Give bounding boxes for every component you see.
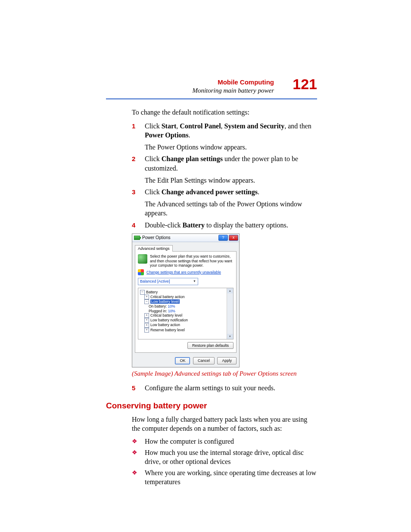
diamond-bullet-icon: ❖ [132,448,145,467]
step-text: Configure the alarm settings to suit you… [145,383,317,393]
tree-node-battery[interactable]: −Battery [140,290,231,295]
tree-node-critical-action[interactable]: +Critical battery action [144,295,231,299]
bold: Start [162,122,177,130]
tree-node-low-level[interactable]: −Low battery level [144,299,231,304]
tree-node-plugged-in[interactable]: Plugged in: 10% [149,309,231,313]
tree-label: Low battery action [150,323,180,327]
collapse-icon[interactable]: − [144,299,149,304]
tree-value: 10% [167,304,175,308]
battery-icon [134,236,140,240]
bullet-text: Where you are working, since operating t… [145,468,317,487]
step-number: 5 [132,383,145,393]
text: Double-click [145,221,183,229]
step-number: 1 [132,121,145,140]
tab-advanced-settings[interactable]: Advanced settings [135,245,173,252]
text: Click [145,122,162,130]
text: Click [145,155,162,162]
tree-label: On battery: [149,304,167,308]
restore-row: Restore plan defaults [138,342,234,349]
tree-label: Battery [146,290,158,294]
cancel-button[interactable]: Cancel [193,357,215,364]
text: , and then [284,122,311,130]
text: . [188,131,190,139]
chevron-down-icon: ▼ [193,280,196,283]
step-number: 4 [132,221,145,230]
tree-node-on-battery[interactable]: On battery: 10% [149,304,231,308]
page-number: 121 [293,76,317,93]
tree-label: Reserve battery level [150,328,185,332]
header-rule [106,98,317,100]
intro-paragraph: To change the default notification setti… [132,108,317,117]
tree-label: Critical battery action [150,295,184,299]
bold: System and Security [224,122,285,130]
expand-icon[interactable]: + [144,295,149,299]
tree-node-low-notification[interactable]: +Low battery notification [144,318,231,323]
shield-icon [138,269,144,275]
text: Click [145,188,162,196]
content-column: Mobile Computing Monitoring main battery… [106,76,317,488]
admin-link[interactable]: Change settings that are currently unava… [146,270,221,274]
tree-node-low-action[interactable]: +Low battery action [144,323,231,327]
battery-large-icon [138,254,147,264]
step-text: Double-click Battery to display the batt… [145,221,317,230]
step-3: 3 Click Change advanced power settings. [132,187,317,197]
step-2-result: The Edit Plan Settings window appears. [145,176,317,185]
step-4: 4 Double-click Battery to display the ba… [132,221,317,230]
titlebar-buttons: ? x [218,235,238,241]
text: , [221,122,224,130]
diamond-bullet-icon: ❖ [132,437,145,446]
dialog-tabs: Advanced settings [135,245,237,252]
step-number: 3 [132,187,145,197]
plan-combobox[interactable]: Balanced [Active] ▼ [138,278,198,285]
collapse-icon[interactable]: − [140,290,145,295]
tree-node-critical-level[interactable]: +Critical battery level [144,313,231,318]
step-3-result: The Advanced settings tab of the Power O… [145,199,317,218]
section-subtitle: Monitoring main battery power [192,87,274,94]
step-text: Click Change plan settings under the pow… [145,154,317,173]
bullet-text: How much you use the internal storage dr… [145,448,317,467]
expand-icon[interactable]: + [144,313,149,318]
dialog-button-row: OK Cancel Apply [132,355,239,367]
scrollbar[interactable]: ▴ ▾ [227,288,233,339]
ok-button[interactable]: OK [175,357,190,364]
expand-icon[interactable]: + [144,323,149,328]
admin-link-row: Change settings that are currently unava… [138,269,234,275]
diamond-bullet-icon: ❖ [132,468,145,487]
dialog-body: Select the power plan that you want to c… [135,251,237,353]
tree-label: Plugged in: [149,309,167,313]
bold: Power Options [145,131,188,139]
bullet-3: ❖ Where you are working, since operating… [132,468,317,487]
close-button[interactable]: x [229,235,238,241]
bold: Change plan settings [162,155,223,162]
description-text: Select the power plan that you want to c… [150,254,234,268]
page-header: Mobile Computing Monitoring main battery… [106,76,317,102]
step-text: Click Start, Control Panel, System and S… [145,121,317,140]
tree-label: Low battery notification [150,318,188,322]
text: to display the battery options. [205,221,288,229]
bullet-1: ❖ How the computer is configured [132,437,317,446]
step-1-result: The Power Options window appears. [145,143,317,152]
description-row: Select the power plan that you want to c… [138,254,234,268]
tree-value: 10% [167,309,175,313]
body-text: To change the default notification setti… [106,108,317,487]
text: . [258,188,259,196]
restore-defaults-button[interactable]: Restore plan defaults [187,342,234,349]
dialog-title: Power Options [142,235,171,240]
tree-node-reserve-level[interactable]: +Reserve battery level [144,328,231,333]
paragraph: How long a fully charged battery pack la… [132,415,317,433]
step-number: 2 [132,154,145,173]
plan-selected: Balanced [Active] [140,279,170,284]
expand-icon[interactable]: + [144,318,149,323]
dialog-titlebar: Power Options ? x [132,234,239,242]
expand-icon[interactable]: + [144,328,149,333]
scroll-down-icon[interactable]: ▾ [227,334,233,339]
sample-screenshot: Power Options ? x Advanced settings Sele… [132,233,240,368]
scroll-up-icon[interactable]: ▴ [227,288,233,293]
settings-tree[interactable]: −Battery +Critical battery action −Low b… [138,288,234,339]
screenshot-caption: (Sample Image) Advanced settings tab of … [132,369,317,378]
step-5: 5 Configure the alarm settings to suit y… [132,383,317,393]
tree-label: Critical battery level [150,313,182,317]
apply-button[interactable]: Apply [217,357,237,364]
help-button[interactable]: ? [218,235,228,241]
bold: Battery [183,221,205,229]
